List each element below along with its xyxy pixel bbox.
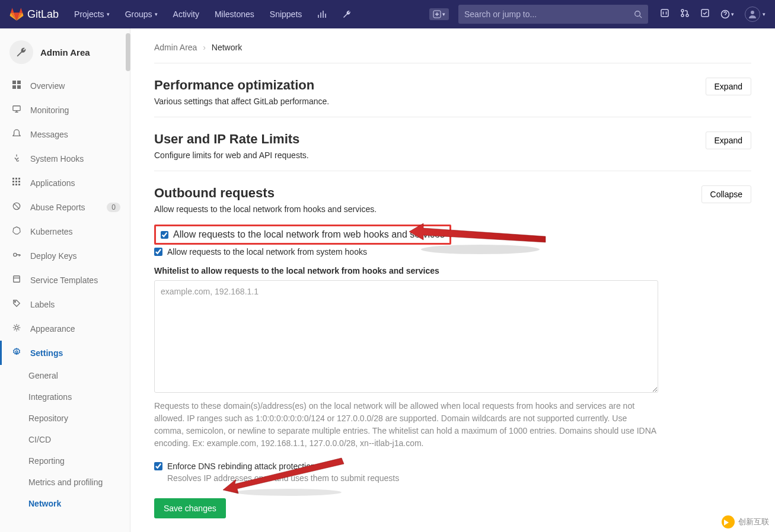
sidebar-item-abuse-reports[interactable]: Abuse Reports0 <box>0 195 130 219</box>
checkbox-label: Allow requests to the local network from… <box>173 229 445 240</box>
key-icon <box>11 251 22 261</box>
sidebar-item-labels[interactable]: Labels <box>0 292 130 316</box>
admin-area-icon <box>9 40 33 64</box>
apps-icon <box>11 178 22 188</box>
settings-subnav: General Integrations Repository CI/CD Re… <box>0 365 130 514</box>
section-rate-limits: User and IP Rate Limits Configure limits… <box>154 117 751 171</box>
save-changes-button[interactable]: Save changes <box>154 498 226 518</box>
svg-rect-10 <box>17 81 21 84</box>
brand-text: GitLab <box>27 8 59 21</box>
scrollbar-thumb[interactable] <box>126 33 130 71</box>
nav-analytics-icon[interactable] <box>311 5 333 24</box>
breadcrumb-separator: › <box>203 43 206 52</box>
abuse-icon <box>11 202 22 212</box>
sidebar-item-label: Deploy Keys <box>30 251 77 261</box>
sidebar: Admin Area Overview Monitoring Messages … <box>0 28 130 532</box>
nav-plus[interactable]: ▾ <box>423 4 455 25</box>
svg-rect-19 <box>18 181 20 182</box>
svg-marker-24 <box>13 227 20 234</box>
settings-icon <box>11 348 22 358</box>
svg-rect-26 <box>14 276 20 283</box>
whitelist-label: Whitelist to allow requests to the local… <box>154 266 751 275</box>
gitlab-icon <box>9 7 24 21</box>
section-desc: Configure limits for web and API request… <box>154 150 751 160</box>
svg-point-25 <box>14 253 17 256</box>
sidebar-item-service-templates[interactable]: Service Templates <box>0 268 130 292</box>
watermark: 创新互联 <box>722 515 769 528</box>
subnav-cicd[interactable]: CI/CD <box>28 429 130 450</box>
sidebar-item-label: System Hooks <box>30 154 84 164</box>
svg-point-5 <box>686 14 688 17</box>
user-avatar[interactable]: ▾ <box>745 7 766 22</box>
global-search[interactable] <box>458 5 648 24</box>
svg-point-3 <box>681 9 684 12</box>
svg-point-4 <box>681 14 684 17</box>
section-title: User and IP Rate Limits <box>154 132 751 147</box>
search-icon <box>634 10 642 18</box>
sidebar-item-monitoring[interactable]: Monitoring <box>0 98 130 122</box>
subnav-reporting[interactable]: Reporting <box>28 450 130 472</box>
search-input[interactable] <box>464 9 634 19</box>
breadcrumb: Admin Area › Network <box>154 40 751 63</box>
subnav-repository[interactable]: Repository <box>28 408 130 429</box>
sidebar-header: Admin Area <box>0 34 130 70</box>
sidebar-item-deploy-keys[interactable]: Deploy Keys <box>0 243 130 268</box>
sidebar-item-label: Abuse Reports <box>30 203 85 212</box>
sidebar-item-overview[interactable]: Overview <box>0 73 130 98</box>
checkbox-dns-rebinding[interactable] <box>154 462 162 470</box>
labels-icon <box>11 299 22 309</box>
sidebar-item-label: Appearance <box>30 324 75 334</box>
collapse-button[interactable]: Collapse <box>701 185 751 203</box>
sidebar-item-messages[interactable]: Messages <box>0 122 130 146</box>
checkbox-label: Allow requests to the local network from… <box>167 247 367 257</box>
todos-icon[interactable] <box>700 8 710 20</box>
whitelist-textarea[interactable] <box>154 280 658 393</box>
svg-point-29 <box>15 351 18 353</box>
sidebar-item-label: Service Templates <box>30 275 98 285</box>
subnav-network[interactable]: Network <box>28 493 130 514</box>
svg-rect-15 <box>15 178 17 180</box>
merge-requests-icon[interactable] <box>680 8 690 20</box>
nav-snippets[interactable]: Snippets <box>264 5 308 24</box>
help-icon[interactable]: ▾ <box>720 9 734 19</box>
watermark-text: 创新互联 <box>738 517 769 527</box>
nav-groups[interactable]: Groups ▾ <box>119 5 164 24</box>
checkbox-allow-local-system-hooks[interactable] <box>154 248 162 256</box>
sidebar-item-label: Settings <box>30 348 63 358</box>
svg-rect-21 <box>15 184 17 185</box>
sidebar-item-label: Messages <box>30 130 68 139</box>
sidebar-item-kubernetes[interactable]: Kubernetes <box>0 219 130 243</box>
subnav-general[interactable]: General <box>28 365 130 386</box>
top-navbar: GitLab Projects ▾ Groups ▾ Activity Mile… <box>0 0 775 28</box>
svg-rect-2 <box>661 9 668 17</box>
section-desc: Allow requests to the local network from… <box>154 204 751 214</box>
nav-milestones[interactable]: Milestones <box>209 5 260 24</box>
whitelist-help-text: Requests to these domain(s)/address(es) … <box>154 400 658 450</box>
nav-admin-wrench-icon[interactable] <box>336 5 358 24</box>
svg-rect-11 <box>12 85 16 89</box>
svg-rect-12 <box>17 85 21 89</box>
svg-rect-20 <box>12 184 14 185</box>
subnav-metrics[interactable]: Metrics and profiling <box>28 472 130 493</box>
overview-icon <box>11 81 22 91</box>
appearance-icon <box>11 323 22 334</box>
subnav-integrations[interactable]: Integrations <box>28 386 130 408</box>
nav-projects[interactable]: Projects ▾ <box>68 5 116 24</box>
nav-activity[interactable]: Activity <box>167 5 205 24</box>
checkbox-allow-local-webhooks[interactable] <box>161 231 168 239</box>
breadcrumb-root[interactable]: Admin Area <box>154 43 197 52</box>
expand-button[interactable]: Expand <box>706 78 751 95</box>
svg-point-8 <box>751 11 754 14</box>
sidebar-item-system-hooks[interactable]: System Hooks <box>0 146 130 171</box>
watermark-icon <box>722 515 735 528</box>
main-content: Admin Area › Network Performance optimiz… <box>130 28 775 532</box>
sidebar-item-label: Monitoring <box>30 105 69 115</box>
sidebar-item-settings[interactable]: Settings <box>0 341 130 365</box>
breadcrumb-current: Network <box>212 43 242 52</box>
sidebar-item-applications[interactable]: Applications <box>0 171 130 195</box>
sidebar-item-label: Overview <box>30 81 65 91</box>
issues-icon[interactable] <box>660 8 669 20</box>
sidebar-item-appearance[interactable]: Appearance <box>0 316 130 341</box>
brand-logo[interactable]: GitLab <box>9 7 59 21</box>
expand-button[interactable]: Expand <box>706 132 751 149</box>
